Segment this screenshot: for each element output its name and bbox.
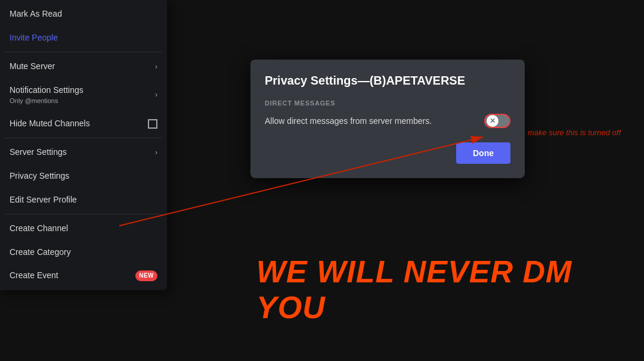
checkbox-icon[interactable] (148, 119, 157, 129)
menu-item-privacy-settings[interactable]: Privacy Settings (0, 164, 167, 188)
menu-item-mark-as-read[interactable]: Mark As Read (0, 2, 167, 26)
section-label: DIRECT MESSAGES (265, 99, 510, 107)
annotation-text: make sure this is turned off (528, 128, 621, 137)
direct-messages-row: Allow direct messages from server member… (265, 114, 510, 128)
privacy-settings-dialog: Privacy Settings—(B)APETAVERSE DIRECT ME… (250, 60, 525, 178)
menu-item-create-category[interactable]: Create Category (0, 241, 167, 264)
arrow-icon-2: › (155, 90, 157, 100)
menu-divider-1 (5, 52, 162, 52)
dialog-title: Privacy Settings—(B)APETAVERSE (265, 74, 510, 88)
menu-item-server-settings[interactable]: Server Settings › (0, 141, 167, 164)
menu-divider-3 (5, 214, 162, 214)
menu-divider-2 (5, 138, 162, 138)
arrow-icon: › (155, 62, 157, 72)
menu-item-edit-server-profile[interactable]: Edit Server Profile (0, 188, 167, 212)
menu-item-create-channel[interactable]: Create Channel (0, 217, 167, 241)
toggle-x-icon: ✕ (490, 117, 496, 125)
row-text: Allow direct messages from server member… (265, 116, 475, 126)
menu-item-create-event[interactable]: Create Event NEW (0, 264, 167, 288)
big-message-text: WE WILL NEVER DM YOU (256, 254, 644, 325)
toggle-knob: ✕ (487, 115, 499, 127)
menu-item-invite-people[interactable]: Invite People (0, 26, 167, 50)
done-button[interactable]: Done (456, 142, 510, 164)
menu-item-hide-muted-channels[interactable]: Hide Muted Channels (0, 112, 167, 136)
menu-item-notification-settings[interactable]: Notification Settings Only @mentions › (0, 79, 167, 112)
context-menu: Mark As Read Invite People Mute Server ›… (0, 0, 167, 290)
dm-toggle[interactable]: ✕ (484, 114, 510, 128)
arrow-icon-3: › (155, 148, 157, 158)
menu-item-mute-server[interactable]: Mute Server › (0, 55, 167, 79)
new-badge: NEW (135, 270, 157, 281)
